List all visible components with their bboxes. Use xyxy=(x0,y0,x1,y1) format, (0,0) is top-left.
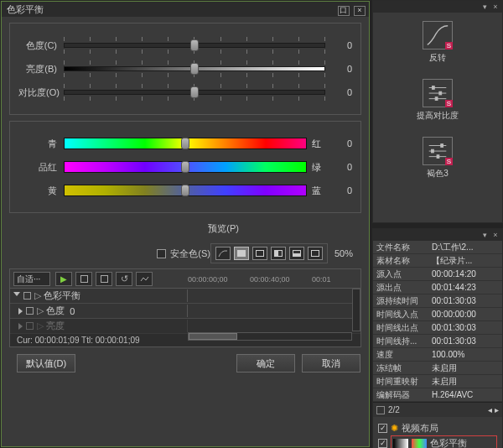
cyan-red-slider[interactable] xyxy=(64,135,307,152)
prop-key: 素材名称 xyxy=(373,254,428,267)
default-button[interactable]: 默认值(D) xyxy=(17,354,75,372)
pager-next-icon[interactable]: ▸ xyxy=(495,405,499,414)
yellow-label: 黄 xyxy=(18,185,64,197)
ruler-tick-1: 00:00:40;00 xyxy=(250,275,312,284)
prop-row[interactable]: 素材名称【纪录片... xyxy=(373,254,502,268)
close-button[interactable]: × xyxy=(354,6,366,16)
brightness-slider[interactable] xyxy=(64,60,325,77)
tl-btn-3[interactable]: ↺ xyxy=(116,272,132,286)
ruler-tick-2: 00:01 xyxy=(312,275,352,284)
svg-rect-4 xyxy=(439,91,442,95)
timeline-cursor-readout: Cur: 00:00:01;09 Ttl: 00:00:01;09 xyxy=(12,334,145,346)
contrast-label: 对比度(O) xyxy=(18,86,64,99)
track-color-balance-label: 色彩平衡 xyxy=(44,289,80,302)
preview-mode-4[interactable] xyxy=(271,247,286,260)
track-color-balance[interactable]: ▷ 色彩平衡 xyxy=(10,289,360,304)
pager-prev-icon[interactable]: ◂ xyxy=(488,405,492,414)
sliders-icon: S xyxy=(423,79,453,107)
preview-percent: 50% xyxy=(334,248,353,258)
properties-grid: 文件名称D:\工作\2...素材名称【纪录片...源入点00:00:14:20源… xyxy=(373,241,502,402)
ruler-tick-0: 00:00:00;00 xyxy=(188,275,250,284)
prop-row[interactable]: 速度100.00% xyxy=(373,348,502,362)
preview-mode-5[interactable] xyxy=(289,247,304,260)
prop-row[interactable]: 时间线持...00:01:30:03 xyxy=(373,335,502,348)
prop-value: 00:01:30:03 xyxy=(428,335,502,347)
prop-value: H.264/AVC xyxy=(428,388,502,401)
yellow-blue-value: 0 xyxy=(325,185,352,195)
prop-key: 文件名称 xyxy=(373,241,428,253)
prop-row[interactable]: 源出点00:01:44:23 xyxy=(373,281,502,294)
safe-color-checkbox[interactable] xyxy=(157,249,166,258)
prop-row[interactable]: 编解码器H.264/AVC xyxy=(373,388,502,402)
track-chroma[interactable]: ▷ 色度 0 xyxy=(10,304,360,319)
play-button[interactable]: ▶ xyxy=(55,272,72,286)
prop-row[interactable]: 文件名称D:\工作\2... xyxy=(373,241,502,254)
keyframe-timeline: 自适··· ▶ ↺ 00:00:00;00 00:00:40;00 00:01 … xyxy=(9,268,361,347)
timeline-ruler[interactable]: 00:00:00;00 00:00:40;00 00:01 xyxy=(188,269,352,289)
chroma-slider[interactable] xyxy=(64,37,325,54)
cyan-red-value: 0 xyxy=(325,138,352,148)
fx-contrast-label: 提高对比度 xyxy=(417,110,459,122)
gear-icon: ✺ xyxy=(391,423,398,434)
prop-key: 时间重映射 xyxy=(373,375,428,388)
contrast-slider[interactable] xyxy=(64,84,325,101)
layer-check-icon[interactable]: ✓ xyxy=(378,439,387,448)
minimize-button[interactable]: 口 xyxy=(338,6,350,16)
svg-rect-3 xyxy=(432,86,434,90)
prop-value: 【纪录片... xyxy=(428,254,502,267)
ok-button[interactable]: 确定 xyxy=(236,354,295,372)
prop-key: 编解码器 xyxy=(373,388,428,401)
magenta-green-value: 0 xyxy=(325,162,352,172)
layer-color-balance[interactable]: ✓ 色彩平衡 xyxy=(378,435,497,448)
prop-value: 00:00:14:20 xyxy=(428,268,502,280)
preview-mode-1[interactable] xyxy=(215,247,231,260)
prop-row[interactable]: 时间线入点00:00:00:00 xyxy=(373,308,502,321)
timeline-hscroll[interactable] xyxy=(188,332,352,341)
prop-key: 源入点 xyxy=(373,268,428,280)
cancel-button[interactable]: 取消 xyxy=(302,354,360,372)
prop-row[interactable]: 冻结帧未启用 xyxy=(373,362,502,375)
panel-close-icon[interactable]: × xyxy=(491,3,500,11)
magenta-label: 品红 xyxy=(18,161,64,174)
layer-check-icon[interactable]: ✓ xyxy=(378,424,387,433)
tl-btn-4[interactable] xyxy=(136,272,153,286)
layer-video-layout[interactable]: ✓ ✺ 视频布局 xyxy=(378,420,497,435)
preview-label: 预览(P) xyxy=(208,222,239,235)
magenta-green-slider[interactable] xyxy=(64,159,307,175)
prop-row[interactable]: 时间重映射未启用 xyxy=(373,375,502,388)
fx-sepia[interactable]: S 褐色3 xyxy=(380,137,495,180)
layer-color-label: 色彩平衡 xyxy=(430,437,467,449)
tl-btn-2[interactable] xyxy=(96,272,112,286)
effect-layers: ✓ ✺ 视频布局 ✓ 色彩平衡 xyxy=(373,417,502,448)
pager-icon[interactable] xyxy=(376,406,385,414)
fx-contrast[interactable]: S 提高对比度 xyxy=(380,79,495,122)
preview-mode-6[interactable] xyxy=(308,247,323,260)
yellow-blue-slider[interactable] xyxy=(64,182,307,199)
timeline-vscroll[interactable] xyxy=(352,289,360,331)
preview-mode-3[interactable] xyxy=(252,247,267,260)
safe-color-label: 安全色(S) xyxy=(170,247,210,260)
panel-menu-icon[interactable]: ▾ xyxy=(480,231,489,239)
prop-row[interactable]: 源持续时间00:01:30:03 xyxy=(373,294,502,308)
prop-row[interactable]: 源入点00:00:14:20 xyxy=(373,268,502,281)
cyan-label: 青 xyxy=(18,138,64,150)
prop-value: 未启用 xyxy=(428,362,502,374)
tl-btn-1[interactable] xyxy=(75,272,92,286)
layer-video-label: 视频布局 xyxy=(402,422,438,435)
track-brightness-label: 亮度 xyxy=(46,320,65,332)
blue-label: 蓝 xyxy=(307,185,325,197)
prop-row[interactable]: 时间线出点00:01:30:03 xyxy=(373,321,502,335)
fx-invert[interactable]: S 反转 xyxy=(380,21,495,64)
panel-close-icon[interactable]: × xyxy=(491,231,500,239)
prop-value: D:\工作\2... xyxy=(428,241,502,253)
red-label: 红 xyxy=(307,138,325,150)
svg-rect-5 xyxy=(435,97,438,101)
contrast-value: 0 xyxy=(325,87,352,97)
svg-rect-9 xyxy=(441,144,443,148)
timeline-fit-select[interactable]: 自适··· xyxy=(13,272,50,286)
preview-mode-2[interactable] xyxy=(234,247,249,260)
prop-key: 时间线出点 xyxy=(373,321,428,334)
track-chroma-label: 色度 xyxy=(46,305,65,317)
luminance-group: 色度(C) 0 亮度(B) 0 对比度(O) xyxy=(9,23,361,115)
panel-menu-icon[interactable]: ▾ xyxy=(480,3,489,11)
